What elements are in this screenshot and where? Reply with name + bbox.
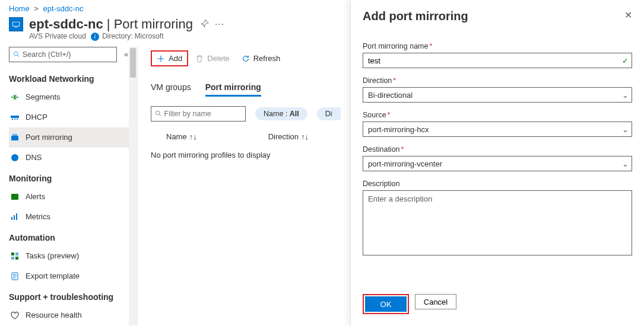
cancel-button[interactable]: Cancel xyxy=(415,294,456,309)
svg-line-23 xyxy=(159,114,161,116)
port-mirroring-icon xyxy=(10,133,20,142)
nav-port-mirroring[interactable]: Port mirroring xyxy=(9,127,137,148)
more-icon[interactable]: ··· xyxy=(215,19,224,30)
breadcrumb-home[interactable]: Home xyxy=(9,4,30,13)
select-source[interactable]: port-mirroring-hcx xyxy=(363,122,632,137)
input-name[interactable] xyxy=(363,53,632,68)
label-source: Source* xyxy=(363,111,632,119)
svg-rect-16 xyxy=(11,253,14,255)
segments-icon xyxy=(10,92,20,102)
add-port-mirroring-panel: Add port mirroring ✕ Port mirroring name… xyxy=(350,0,644,326)
select-destination[interactable]: port-mirroring-vcenter xyxy=(363,156,632,171)
label-destination: Destination* xyxy=(363,145,632,154)
chevron-down-icon: ⌄ xyxy=(622,91,629,100)
sidebar: « Workload Networking Segments DHCP Port… xyxy=(0,47,138,325)
pin-icon[interactable] xyxy=(200,19,209,30)
add-button[interactable]: Add xyxy=(151,50,188,66)
sidebar-scrollbar[interactable] xyxy=(129,47,137,325)
svg-rect-18 xyxy=(11,257,14,260)
nav-metrics[interactable]: Metrics xyxy=(9,207,137,227)
label-description: Description xyxy=(363,180,632,188)
tab-port-mirroring[interactable]: Port mirroring xyxy=(205,79,261,97)
svg-rect-13 xyxy=(11,217,12,220)
search-icon xyxy=(155,110,162,117)
filter-by-name[interactable] xyxy=(151,106,246,122)
svg-rect-2 xyxy=(14,27,17,27)
nav-tasks[interactable]: Tasks (preview) xyxy=(9,246,137,266)
textarea-description[interactable] xyxy=(363,190,632,255)
svg-rect-8 xyxy=(17,119,18,120)
nav-dhcp[interactable]: DHCP xyxy=(9,107,137,127)
sidebar-search-input[interactable] xyxy=(23,50,113,59)
chevron-down-icon: ⌄ xyxy=(622,125,629,134)
alerts-icon xyxy=(10,192,20,202)
label-direction: Direction* xyxy=(363,76,632,85)
refresh-button[interactable]: Refresh xyxy=(237,52,285,65)
svg-point-3 xyxy=(14,52,18,56)
page-title: ept-sddc-nc | Port mirroring xyxy=(29,17,193,32)
nav-export-template[interactable]: Export template xyxy=(9,266,137,286)
select-direction[interactable]: Bi-directional xyxy=(363,87,632,103)
trash-icon xyxy=(195,55,204,63)
svg-rect-1 xyxy=(13,23,20,26)
tab-vm-groups[interactable]: VM groups xyxy=(151,79,191,97)
label-name: Port mirroring name* xyxy=(363,42,632,50)
nav-alerts[interactable]: Alerts xyxy=(9,187,137,207)
dns-icon xyxy=(10,153,20,162)
metrics-icon xyxy=(10,212,20,222)
filter-pill-direction[interactable]: Di xyxy=(317,107,341,120)
plus-icon xyxy=(157,55,165,63)
nav-group-monitoring: Monitoring xyxy=(9,168,137,187)
nav-dns[interactable]: DNS xyxy=(9,148,137,168)
search-icon xyxy=(13,50,20,58)
sidebar-search[interactable] xyxy=(9,47,117,62)
tasks-icon xyxy=(10,251,20,261)
svg-point-22 xyxy=(156,111,160,115)
breadcrumb-resource[interactable]: ept-sddc-nc xyxy=(43,4,84,13)
dhcp-icon xyxy=(10,113,20,122)
svg-rect-15 xyxy=(16,213,17,220)
svg-rect-19 xyxy=(15,257,18,260)
valid-check-icon: ✓ xyxy=(622,56,629,65)
chevron-right-icon: > xyxy=(34,4,39,13)
info-icon: i xyxy=(91,33,99,41)
column-name[interactable]: Name ↑↓ xyxy=(166,132,197,141)
svg-rect-10 xyxy=(12,134,17,136)
svg-line-4 xyxy=(17,55,19,57)
filter-input[interactable] xyxy=(164,110,242,118)
svg-rect-7 xyxy=(14,119,15,120)
nav-group-support: Support + troubleshooting xyxy=(9,286,137,305)
svg-rect-9 xyxy=(11,136,18,140)
svg-rect-12 xyxy=(11,194,18,200)
panel-title: Add port mirroring xyxy=(363,9,468,23)
nav-group-automation: Automation xyxy=(9,227,137,246)
delete-button: Delete xyxy=(191,52,234,65)
ok-button[interactable]: OK xyxy=(365,296,407,312)
nav-resource-health[interactable]: Resource health xyxy=(9,305,137,325)
svg-rect-14 xyxy=(14,215,15,220)
sort-icon: ↑↓ xyxy=(189,132,197,141)
nav-group-networking: Workload Networking xyxy=(9,68,137,87)
export-template-icon xyxy=(10,271,20,281)
svg-rect-6 xyxy=(12,119,13,120)
column-direction[interactable]: Direction ↑↓ xyxy=(268,132,309,141)
resource-icon xyxy=(9,17,23,31)
sort-icon: ↑↓ xyxy=(301,132,309,141)
svg-point-11 xyxy=(11,154,18,161)
close-icon[interactable]: ✕ xyxy=(624,9,632,21)
resource-health-icon xyxy=(10,311,20,320)
chevron-down-icon: ⌄ xyxy=(622,159,629,168)
nav-segments[interactable]: Segments xyxy=(9,87,137,107)
refresh-icon xyxy=(242,55,250,63)
svg-rect-5 xyxy=(11,116,19,118)
svg-rect-17 xyxy=(15,253,18,255)
filter-pill-name[interactable]: Name : All xyxy=(255,107,307,120)
